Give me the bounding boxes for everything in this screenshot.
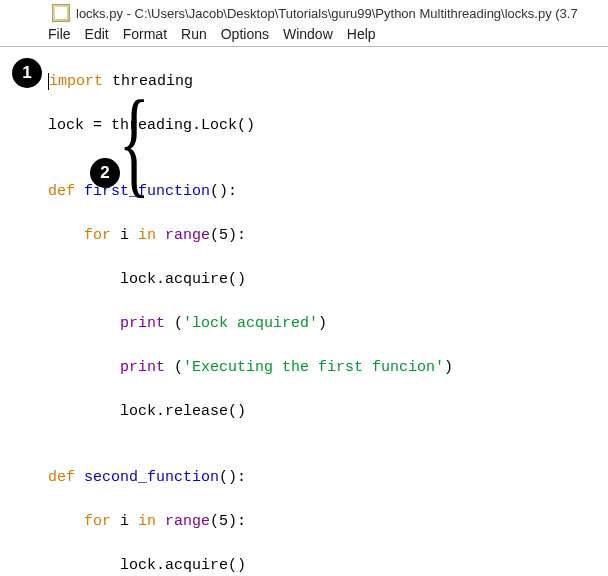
code-line: print ('Executing the first funcion') [48, 357, 608, 379]
code-line: print ('lock acquired') [48, 313, 608, 335]
menu-help[interactable]: Help [347, 26, 376, 42]
menu-format[interactable]: Format [123, 26, 167, 42]
menu-file[interactable]: File [48, 26, 71, 42]
code-line: lock.acquire() [48, 269, 608, 291]
annotation-badge-2: 2 [90, 158, 120, 188]
menu-run[interactable]: Run [181, 26, 207, 42]
code-line: lock.release() [48, 401, 608, 423]
python-file-icon [52, 4, 70, 22]
window-title: locks.py - C:\Users\Jacob\Desktop\Tutori… [76, 6, 578, 21]
menu-edit[interactable]: Edit [85, 26, 109, 42]
menu-window[interactable]: Window [283, 26, 333, 42]
menu-options[interactable]: Options [221, 26, 269, 42]
curly-brace-icon: { [119, 84, 150, 202]
code-line: for i in range(5): [48, 511, 608, 533]
code-line: def second_function(): [48, 467, 608, 489]
menu-bar[interactable]: FileEditFormatRunOptionsWindowHelp [0, 24, 608, 46]
code-line: lock.acquire() [48, 555, 608, 576]
annotation-badge-1: 1 [12, 58, 42, 88]
code-editor[interactable]: import threading lock = threading.Lock()… [0, 46, 608, 576]
code-line: for i in range(5): [48, 225, 608, 247]
window-titlebar: locks.py - C:\Users\Jacob\Desktop\Tutori… [0, 0, 608, 24]
